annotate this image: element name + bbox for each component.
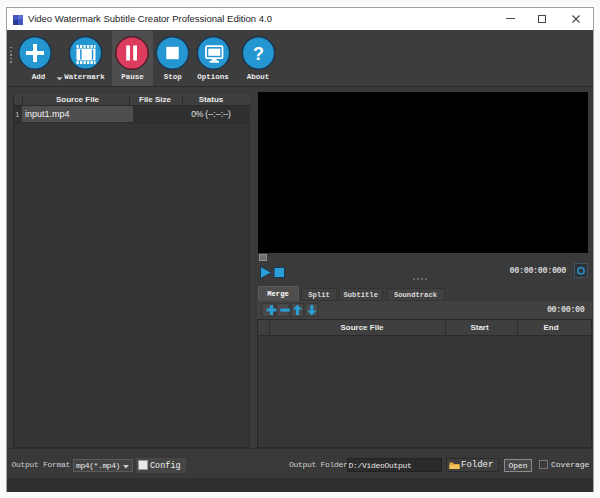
svg-text:?: ? — [253, 44, 264, 64]
